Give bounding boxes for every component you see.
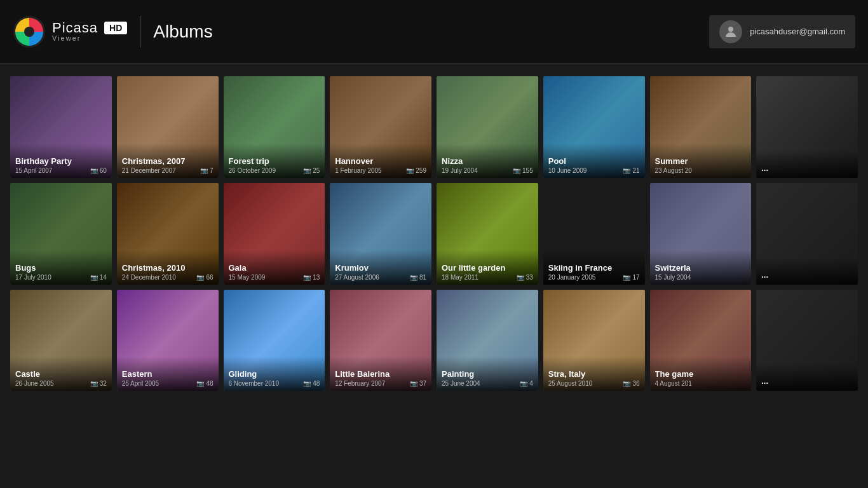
album-count: 📷 66	[196, 274, 213, 281]
camera-icon: 📷	[90, 167, 98, 174]
camera-icon: 📷	[517, 274, 524, 281]
album-name: Little Balerina	[335, 369, 426, 379]
album-date: 26 October 2009	[229, 167, 276, 174]
album-tile[interactable]: Hannover1 February 2005📷 259	[330, 76, 431, 178]
album-name: Christmas, 2010	[122, 263, 214, 273]
album-tile[interactable]: Switzerla15 July 2004	[650, 183, 752, 285]
camera-icon: 📷	[513, 167, 520, 174]
album-count: 📷 21	[623, 167, 639, 174]
album-name: The game	[655, 369, 747, 379]
album-count: 📷 259	[406, 167, 426, 174]
album-tile[interactable]: Gala15 May 2009📷 13	[224, 183, 325, 285]
album-name: Skiing in France	[548, 263, 640, 273]
album-tile[interactable]: ...	[756, 290, 858, 391]
camera-icon: 📷	[410, 380, 417, 387]
album-tile[interactable]: Birthday Party15 April 2007📷 60	[10, 76, 112, 178]
album-date: 27 August 2006	[335, 274, 379, 281]
album-tile[interactable]: Bugs17 July 2010📷 14	[10, 183, 112, 285]
album-count: 📷 155	[513, 167, 533, 174]
album-count: 📷 14	[90, 274, 107, 281]
header-divider	[140, 16, 140, 48]
album-name: Gala	[229, 263, 320, 273]
logo-text: Picasa HD Viewer	[52, 21, 127, 42]
album-name: Pool	[548, 156, 640, 166]
album-date: 18 May 2011	[442, 274, 478, 281]
album-name: Christmas, 2007	[122, 156, 214, 166]
album-tile[interactable]: Eastern25 April 2005📷 48	[117, 290, 219, 391]
camera-icon: 📷	[90, 380, 98, 387]
album-count: 📷 4	[520, 380, 533, 387]
album-date: 15 May 2009	[229, 274, 266, 281]
album-tile[interactable]: Painting25 June 2004📷 4	[437, 290, 538, 391]
album-date: 6 November 2010	[229, 380, 280, 387]
album-tile[interactable]: Krumlov27 August 2006📷 81	[330, 183, 431, 285]
album-date: 23 August 20	[655, 167, 692, 174]
camera-icon: 📷	[406, 167, 414, 174]
camera-icon: 📷	[410, 274, 417, 281]
camera-icon: 📷	[303, 167, 311, 174]
album-name: Painting	[442, 369, 533, 379]
camera-icon: 📷	[90, 274, 98, 281]
hd-badge: HD	[104, 22, 127, 34]
album-tile[interactable]: Castle26 June 2005📷 32	[10, 290, 112, 391]
album-name: Castle	[15, 369, 107, 379]
album-count: 📷 32	[90, 380, 107, 387]
album-name: Krumlov	[335, 263, 426, 273]
svg-point-1	[24, 27, 34, 37]
album-date: 1 February 2005	[335, 167, 381, 174]
camera-icon: 📷	[196, 274, 204, 281]
logo-picasa-label: Picasa	[52, 21, 98, 35]
album-name: Our little garden	[442, 263, 533, 273]
album-count: 📷 17	[623, 274, 639, 281]
album-name: Forest trip	[229, 156, 320, 166]
album-tile[interactable]: Skiing in France20 January 2005📷 17	[543, 183, 645, 285]
logo-viewer-label: Viewer	[52, 35, 127, 42]
album-tile[interactable]: Forest trip26 October 2009📷 25	[224, 76, 325, 178]
album-name: Hannover	[335, 156, 426, 166]
album-tile[interactable]: Christmas, 200721 December 2007📷 7	[117, 76, 219, 178]
album-count: 📷 33	[517, 274, 533, 281]
album-tile[interactable]: Little Balerina12 February 2007📷 37	[330, 290, 431, 391]
logo-area: Picasa HD Viewer	[13, 15, 127, 48]
album-name: ...	[761, 270, 853, 280]
album-date: 25 April 2005	[122, 380, 159, 387]
album-name: Nizza	[442, 156, 533, 166]
album-tile[interactable]: The game4 August 201	[650, 290, 752, 391]
album-name: Bugs	[15, 263, 107, 273]
user-area[interactable]: picasahduser@gmail.com	[709, 15, 855, 48]
album-tile[interactable]: Stra, Italy25 August 2010📷 36	[543, 290, 645, 391]
album-tile[interactable]: ...	[756, 76, 858, 178]
album-tile[interactable]: Nizza19 July 2004📷 155	[437, 76, 538, 178]
album-tile[interactable]: Pool10 June 2009📷 21	[543, 76, 645, 178]
album-count: 📷 81	[410, 274, 426, 281]
album-count: 📷 48	[196, 380, 213, 387]
album-tile[interactable]: ...	[756, 183, 858, 285]
avatar	[719, 20, 742, 43]
user-email: picasahduser@gmail.com	[750, 27, 845, 36]
page-title: Albums	[153, 22, 212, 42]
album-count: 📷 7	[200, 167, 214, 174]
album-date: 15 July 2004	[655, 274, 691, 281]
album-count: 📷 37	[410, 380, 426, 387]
album-date: 21 December 2007	[122, 167, 176, 174]
camera-icon: 📷	[623, 167, 630, 174]
album-name: ...	[761, 376, 853, 386]
album-name: ...	[761, 163, 853, 173]
album-name: Gliding	[229, 369, 320, 379]
album-count: 📷 60	[90, 167, 107, 174]
album-date: 25 August 2010	[548, 380, 593, 387]
camera-icon: 📷	[623, 274, 630, 281]
album-count: 📷 36	[623, 380, 639, 387]
album-tile[interactable]: Gliding6 November 2010📷 48	[224, 290, 325, 391]
camera-icon: 📷	[520, 380, 527, 387]
album-tile[interactable]: Our little garden18 May 2011📷 33	[437, 183, 538, 285]
album-tile[interactable]: Summer23 August 20	[650, 76, 752, 178]
camera-icon: 📷	[200, 167, 208, 174]
picasa-logo-icon	[13, 15, 46, 48]
album-date: 12 February 2007	[335, 380, 385, 387]
album-date: 4 August 201	[655, 380, 692, 387]
camera-icon: 📷	[623, 380, 630, 387]
album-tile[interactable]: Christmas, 201024 December 2010📷 66	[117, 183, 219, 285]
album-name: Switzerla	[655, 263, 747, 273]
album-name: Stra, Italy	[548, 369, 640, 379]
